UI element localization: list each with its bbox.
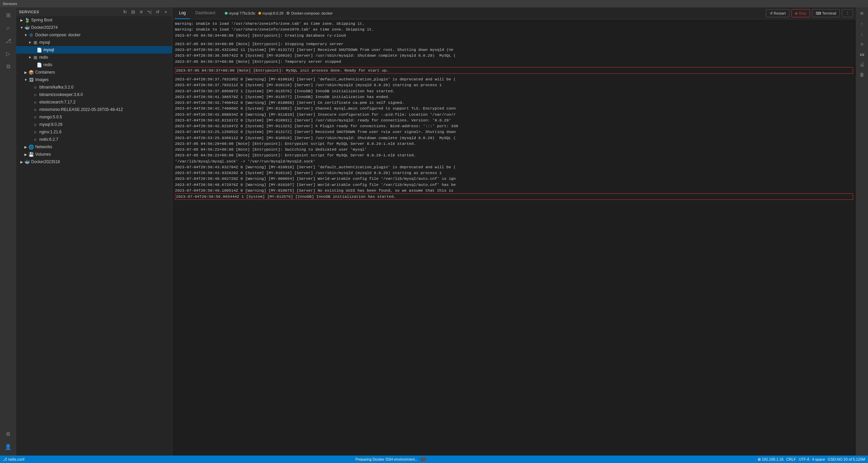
badge-mysql-image-text: mysql:8.0.29 bbox=[262, 11, 283, 15]
info-text: GSD:NO 20 of 5,120M bbox=[828, 457, 865, 461]
tree-item-redis[interactable]: 📄 redis bbox=[16, 61, 172, 69]
tree-item-redis-img[interactable]: ○ redis:6.2.7 bbox=[16, 136, 172, 143]
activity-icon-source-control[interactable]: ⎇ bbox=[2, 35, 14, 47]
activity-icon-explorer[interactable]: ⊞ bbox=[2, 9, 14, 21]
log-line: 2023-07-04T20:50:37.805087Z 1 [System] [… bbox=[175, 88, 853, 94]
tree-item-docker-compose[interactable]: ▼ ⚙ Docker-compose: docker bbox=[16, 31, 172, 39]
stop-button[interactable]: ■ Stop bbox=[791, 9, 810, 17]
log-line: 2023-07-04T20:50:42.821017Z 0 [System] [… bbox=[175, 117, 853, 123]
log-line: 2023-07-04T20:58:49.100514Z 0 [Warning] … bbox=[175, 188, 853, 193]
tree-item-volumes[interactable]: ▶ 💾 Volumes bbox=[16, 151, 172, 158]
status-left: ⎇ redis.conf bbox=[3, 457, 24, 462]
right-sidebar-down-icon[interactable]: ↓ bbox=[857, 29, 867, 39]
bitnami-kafka-icon: ○ bbox=[33, 84, 38, 90]
add-icon[interactable]: + bbox=[162, 8, 169, 15]
right-sidebar-up-icon[interactable]: ↑ bbox=[857, 19, 867, 28]
tree-item-networks[interactable]: ▶ 🌐 Networks bbox=[16, 143, 172, 151]
activity-icon-accounts[interactable]: ⚙ bbox=[2, 428, 14, 440]
elasticsearch-icon: ○ bbox=[33, 99, 38, 105]
chevron-redis-img bbox=[27, 137, 33, 142]
close-icon[interactable]: ✕ bbox=[138, 8, 145, 15]
badge-dot-green bbox=[225, 12, 228, 15]
activity-icon-settings[interactable]: 👤 bbox=[2, 441, 14, 453]
mysql-img-label: mysql:8.0.29 bbox=[39, 122, 172, 127]
right-sidebar-print-icon[interactable]: 🖨 bbox=[857, 60, 867, 69]
redis-img-icon: ○ bbox=[33, 137, 38, 142]
tree-item-mysql[interactable]: 📄 mysql bbox=[16, 46, 172, 54]
nginx-icon: ○ bbox=[33, 129, 38, 135]
status-ip: 🖥 192.168.1.16 bbox=[757, 457, 784, 461]
ip-text: 192.168.1.16 bbox=[762, 457, 784, 461]
activity-icon-run[interactable]: ▷ bbox=[2, 47, 14, 60]
status-charset[interactable]: UTF-8 bbox=[799, 457, 809, 461]
filter-icon[interactable]: ⌥ bbox=[146, 8, 153, 15]
log-line-highlighted: 2023-07-05 04:50:37+08:00 [Note] [Entryp… bbox=[175, 67, 853, 74]
log-line: 2023-07-04T20:50:41.386578Z 1 [System] [… bbox=[175, 94, 853, 100]
terminal-button[interactable]: ⌨ Terminal bbox=[812, 9, 840, 17]
tree-item-docker202374[interactable]: ▼ 🐳 Docker202374 bbox=[16, 24, 172, 31]
spring-boot-icon: 🍃 bbox=[24, 17, 30, 23]
tree-item-redis-group[interactable]: ▼ ⊞ redis bbox=[16, 54, 172, 61]
log-line: 2023-07-04T20:58:48.662728Z 0 [Warning] … bbox=[175, 176, 853, 181]
tree-item-docker2023518[interactable]: ▶ 🐳 Docker2023518 bbox=[16, 158, 172, 166]
status-center-input bbox=[420, 457, 426, 461]
tab-dashboard[interactable]: Dashboard bbox=[191, 7, 219, 19]
mysql-icon: 📄 bbox=[37, 47, 42, 53]
tree-item-mongo[interactable]: ○ mongo:5.0.5 bbox=[16, 113, 172, 121]
log-line: 2023-07-04T20:53:25.125052Z 0 [System] [… bbox=[175, 129, 853, 135]
redis-img-label: redis:6.2.7 bbox=[39, 137, 172, 142]
volumes-icon: 💾 bbox=[28, 152, 34, 157]
more-button[interactable]: ⋮ bbox=[842, 9, 853, 17]
tree-item-nginx[interactable]: ○ nginx:1.21.6 bbox=[16, 128, 172, 136]
collapse-icon[interactable]: ⊟ bbox=[130, 8, 137, 15]
tree-item-containers[interactable]: ▶ 📦 Containers bbox=[16, 69, 172, 76]
right-panel: Log Dashboard mysql 775c3c9c mysql:8.0.2… bbox=[172, 7, 856, 456]
log-line-highlighted-2: 2023-07-04T20:58:50.993444Z 1 [System] [… bbox=[175, 193, 853, 200]
containers-icon: 📦 bbox=[28, 70, 34, 75]
right-sidebar-trash-icon[interactable]: 🗑 bbox=[857, 70, 867, 79]
redis-icon: 📄 bbox=[37, 62, 42, 67]
tree-item-bitnami-kafka[interactable]: ○ bitnami/kafka:3.2.0 bbox=[16, 83, 172, 91]
activity-bottom: ⚙ 👤 bbox=[2, 428, 14, 456]
redis-group-label: redis bbox=[39, 55, 172, 60]
tree-item-spring-boot[interactable]: ▶ 🍃 Spring Boot bbox=[16, 16, 172, 24]
right-sidebar-eye-icon[interactable]: 👁 bbox=[857, 9, 867, 18]
log-line: 2023-07-04T20:50:42.746069Z 0 [System] [… bbox=[175, 105, 853, 111]
tree-item-elasticsearch[interactable]: ○ elasticsearch:7.17.2 bbox=[16, 98, 172, 106]
networks-icon: 🌐 bbox=[28, 144, 34, 150]
log-line: 2023-07-05 04:56:20+08:00 [Note] [Entryp… bbox=[175, 141, 853, 147]
chevron-docker-compose: ▼ bbox=[23, 32, 28, 38]
bitnami-zookeeper-label: bitnami/zookeeper:3.8.0 bbox=[39, 92, 172, 97]
chevron-networks: ▶ bbox=[23, 144, 28, 150]
status-info: GSD:NO 20 of 5,120M bbox=[828, 457, 865, 461]
chevron-images: ▼ bbox=[23, 77, 28, 82]
chevron-mysql-group: ▼ bbox=[27, 40, 33, 45]
chevron-docker202374: ▼ bbox=[19, 25, 24, 30]
tree-item-mysql-img[interactable]: ○ mysql:8.0.29 bbox=[16, 121, 172, 128]
status-encoding[interactable]: CRLF bbox=[786, 457, 796, 461]
tree-item-minio[interactable]: ○ minio/minio:RELEASE.2022-05-26T05-48-4… bbox=[16, 106, 172, 113]
right-sidebar-lines-icon[interactable]: ≡ bbox=[857, 39, 867, 49]
images-icon: 🖼 bbox=[28, 77, 34, 82]
restart-button[interactable]: ↺ Restart bbox=[766, 9, 790, 17]
tab-log[interactable]: Log bbox=[175, 7, 190, 19]
activity-icon-extensions[interactable]: ⧉ bbox=[2, 60, 14, 73]
right-sidebar-panel-icon[interactable]: ▭ bbox=[857, 50, 867, 59]
ip-icon: 🖥 bbox=[757, 457, 761, 461]
chevron-volumes: ▶ bbox=[23, 152, 28, 157]
redis-label: redis bbox=[43, 62, 172, 67]
status-spaces[interactable]: 4 space bbox=[812, 457, 825, 461]
log-line: 2023-07-04T20:50:37.783211Z 0 [System] [… bbox=[175, 82, 853, 88]
mysql-label: mysql bbox=[43, 47, 172, 52]
activity-icon-search[interactable]: ⌕ bbox=[2, 22, 14, 34]
restart-all-icon[interactable]: ↺ bbox=[154, 8, 161, 15]
log-line: 2023-07-05 04:50:37+08:00 [Note] [Entryp… bbox=[175, 59, 853, 64]
refresh-icon[interactable]: ↻ bbox=[122, 8, 129, 15]
chevron-mysql bbox=[31, 47, 37, 53]
tree-item-mysql-group[interactable]: ▼ ⊞ mysql bbox=[16, 39, 172, 46]
tree-item-bitnami-zookeeper[interactable]: ○ bitnami/zookeeper:3.8.0 bbox=[16, 91, 172, 98]
status-branch[interactable]: ⎇ redis.conf bbox=[3, 457, 24, 462]
tree-item-images[interactable]: ▼ 🖼 Images bbox=[16, 76, 172, 83]
branch-label: redis.conf bbox=[8, 457, 24, 461]
log-line: 2023-07-05 04:56:22+08:00 [Note] [Entryp… bbox=[175, 152, 853, 158]
